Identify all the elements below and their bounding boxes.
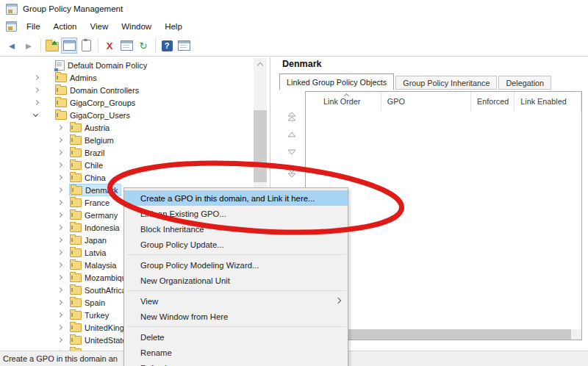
context-menu: Create a GPO in this domain, and Link it… [123,187,348,366]
tree-item-default-domain-policy[interactable]: Default Domain Policy [0,59,253,71]
expand-chevron-icon[interactable] [56,148,65,157]
refresh-icon[interactable]: ↻ [135,37,151,54]
ou-folder-icon [55,86,67,95]
context-menu-item-block-inheritance[interactable]: Block Inheritance [124,221,348,237]
move-link-up-icon [286,129,298,141]
tree-item-austria[interactable]: Austria [0,121,253,134]
tab-delegation[interactable]: Delegation [498,76,551,90]
properties-icon [121,40,133,51]
expand-chevron-icon[interactable] [32,98,41,107]
menu-view[interactable]: View [84,20,115,33]
delete-icon[interactable]: X [101,37,118,54]
expand-chevron-icon[interactable] [56,186,65,195]
column-header-gpo[interactable]: GPO [381,92,471,111]
column-header-enforced[interactable]: Enforced [471,92,514,111]
context-menu-item-new-window-from-here[interactable]: New Window from Here [124,309,348,324]
tree-item-admins[interactable]: Admins [0,71,253,84]
move-link-to-bottom-button[interactable] [285,167,298,179]
ou-folder-icon [70,136,82,145]
context-menu-item-link-an-existing-gpo[interactable]: Link an Existing GPO... [124,206,348,221]
context-menu-item-group-policy-modeling-wizard[interactable]: Group Policy Modeling Wizard... [124,257,348,273]
move-link-down-button[interactable] [285,146,298,159]
show-console-tree-icon[interactable] [61,37,77,54]
status-text: Create a GPO in this domain an [3,354,118,363]
ou-folder-icon [70,323,82,332]
up-one-level-icon[interactable] [44,37,60,54]
expand-chevron-icon[interactable] [56,261,65,270]
tree-item-gigacorp-groups[interactable]: GigaCorp_Groups [0,96,253,109]
forward-icon[interactable]: ► [21,37,37,54]
scroll-up-icon[interactable] [254,58,267,70]
context-menu-item-new-organizational-unit[interactable]: New Organizational Unit [124,273,348,288]
ou-folder-icon [70,311,82,320]
toolbar-separator [98,39,98,52]
toolbar-separator [155,39,156,52]
back-icon[interactable]: ◄ [4,37,20,54]
expand-chevron-icon[interactable] [56,248,65,257]
group-policy-management-window: Group Policy Management FileActionViewWi… [0,0,588,366]
tab-group-policy-inheritance[interactable]: Group Policy Inheritance [395,76,497,90]
paste-icon [82,40,91,51]
paste-icon[interactable] [78,37,94,54]
tree-scrollbar-thumb[interactable] [254,110,267,182]
expand-chevron-icon[interactable] [56,273,65,282]
expand-chevron-icon[interactable] [56,211,65,220]
expand-chevron-icon[interactable] [32,73,41,82]
expand-chevron-icon[interactable] [56,336,65,345]
context-menu-item-label: Link an Existing GPO... [140,209,226,218]
ou-folder-icon [55,73,67,82]
expand-chevron-icon[interactable] [32,86,41,95]
expand-chevron-icon[interactable] [56,298,65,307]
context-menu-item-create-a-gpo-in-this-domain-and-link-it-here[interactable]: Create a GPO in this domain, and Link it… [124,190,348,206]
help-icon[interactable]: ? [159,37,175,54]
ou-folder-icon [70,261,82,270]
column-header-link-enabled[interactable]: Link Enabled [514,92,581,111]
tree-item-label: Brazil [85,148,105,157]
context-menu-separator [124,324,348,329]
context-menu-item-group-policy-update[interactable]: Group Policy Update... [124,237,348,252]
expand-chevron-icon[interactable] [56,236,65,245]
tree-item-gigacorp-users[interactable]: GigaCorp_Users [0,109,253,121]
context-menu-item-delete[interactable]: Delete [124,329,348,345]
expand-chevron-icon[interactable] [56,136,65,145]
expand-chevron-icon[interactable] [56,198,65,207]
expand-chevron-icon[interactable] [56,161,65,170]
move-link-to-top-button[interactable] [285,110,298,123]
gpo-icon [55,60,65,71]
context-menu-item-refresh[interactable]: Refresh [124,360,348,366]
tree-item-label: China [85,173,106,182]
context-menu-item-label: New Window from Here [140,312,228,321]
menu-window[interactable]: Window [115,20,158,33]
tree-item-label: Denmark [85,186,118,195]
context-menu-item-rename[interactable]: Rename [124,345,348,360]
console-window-icon[interactable] [176,37,192,54]
tree-item-label: Malaysia [85,261,116,270]
tab-linked-group-policy-objects[interactable]: Linked Group Policy Objects [279,73,394,90]
expand-chevron-icon[interactable] [56,286,65,295]
expand-chevron-icon[interactable] [56,311,65,320]
chevron-spacer [32,61,41,70]
app-icon [6,4,18,15]
tree-item-brazil[interactable]: Brazil [0,146,253,159]
tab-strip: Linked Group Policy ObjectsGroup Policy … [279,73,551,90]
expand-chevron-icon[interactable] [56,173,65,182]
tree-item-china[interactable]: China [0,171,253,184]
menu-file[interactable]: File [20,20,47,33]
move-link-up-button[interactable] [285,129,298,141]
menu-help[interactable]: Help [158,20,189,33]
tree-item-chile[interactable]: Chile [0,159,253,171]
ou-folder-icon [70,248,82,257]
menu-action[interactable]: Action [47,20,84,33]
tree-item-label: Admins [70,73,97,82]
context-menu-item-label: Group Policy Modeling Wizard... [140,261,259,270]
tree-item-label: Belgium [85,136,114,145]
expand-chevron-icon[interactable] [56,323,65,332]
expand-chevron-icon[interactable] [56,223,65,232]
ou-folder-icon [70,223,82,232]
collapse-chevron-icon[interactable] [32,111,41,120]
context-menu-item-view[interactable]: View [124,293,348,309]
tree-item-domain-controllers[interactable]: Domain Controllers [0,84,253,96]
expand-chevron-icon[interactable] [56,123,65,132]
properties-icon[interactable] [118,37,135,54]
tree-item-belgium[interactable]: Belgium [0,134,253,146]
